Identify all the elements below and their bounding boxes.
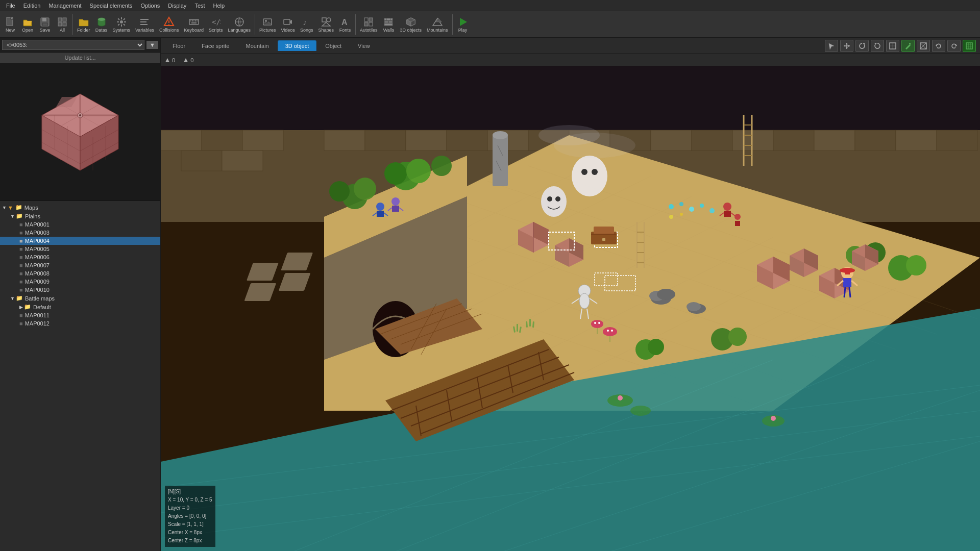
toolbar-variables[interactable]: Variables	[133, 15, 156, 34]
status-overlay: [N][S] X = 10, Y = 0, Z = 5 Layer = 0 An…	[165, 486, 215, 547]
update-list-button[interactable]: Update list...	[0, 53, 160, 63]
toolbar-videos[interactable]: Videos	[279, 15, 297, 34]
svg-marker-100	[165, 58, 169, 62]
svg-rect-122	[814, 130, 855, 151]
tree-battlemaps[interactable]: ▼ 📁 Battle maps	[0, 294, 160, 303]
tree-default[interactable]: ▶ 📁 Default	[0, 303, 160, 311]
tool-erase[interactable]	[917, 40, 930, 52]
menu-help[interactable]: Help	[209, 2, 229, 10]
tree-map0007[interactable]: ■ MAP0007	[0, 261, 160, 269]
toolbar-all[interactable]: All	[54, 15, 70, 34]
toolbar-open[interactable]: Open	[19, 15, 36, 34]
tab-mountain[interactable]: Mountain	[238, 40, 276, 51]
tool-pencil[interactable]	[901, 40, 915, 52]
tree-map0004[interactable]: ■ MAP0004	[0, 237, 160, 245]
svg-rect-10	[63, 18, 66, 21]
svg-point-253	[734, 214, 741, 220]
svg-marker-101	[184, 58, 188, 62]
tab-floor[interactable]: Floor	[165, 40, 193, 51]
menu-edition[interactable]: Edition	[19, 2, 45, 10]
play-label: Play	[458, 28, 468, 33]
tree-map0006[interactable]: ■ MAP0006	[0, 253, 160, 261]
svg-rect-124	[896, 130, 937, 151]
map-dropdown[interactable]: <>0053:	[2, 40, 144, 50]
tree-map0008[interactable]: ■ MAP0008	[0, 269, 160, 278]
tool-redo[interactable]	[947, 40, 961, 52]
menu-file[interactable]: File	[2, 2, 19, 10]
toolbar-autotiles[interactable]: Autotiles	[358, 15, 380, 34]
tree-map0011[interactable]: ■ MAP0011	[0, 311, 160, 319]
tool-rotate-right[interactable]	[871, 40, 884, 52]
menu-special-elements[interactable]: Special elements	[86, 2, 137, 10]
status-layer: Layer = 0	[168, 504, 212, 512]
tool-select[interactable]	[825, 40, 838, 52]
tab-view[interactable]: View	[350, 40, 378, 51]
toolbar-keyboard[interactable]: Keyboard	[182, 15, 206, 34]
menu-options[interactable]: Options	[136, 2, 164, 10]
toolbar-folder[interactable]: Folder	[75, 15, 92, 34]
toolbar-3dobjects[interactable]: 3D objects	[398, 15, 424, 34]
tab-face-sprite[interactable]: Face sprite	[194, 40, 237, 51]
svg-point-14	[98, 18, 105, 21]
tool-move[interactable]	[840, 40, 853, 52]
toolbar-walls[interactable]: Walls	[380, 15, 397, 34]
toolbar-play[interactable]: Play	[455, 15, 471, 34]
svg-rect-8	[43, 23, 47, 26]
systems-icon	[116, 16, 127, 28]
toolbar-datas[interactable]: Datas	[93, 15, 110, 34]
toolbar-systems[interactable]: Systems	[111, 15, 133, 34]
songs-icon: ♪	[301, 16, 312, 28]
svg-text:A: A	[341, 18, 348, 27]
tree-map0009[interactable]: ■ MAP0009	[0, 278, 160, 286]
tree-maps-root[interactable]: ▼ ▼ 📁 Maps	[0, 203, 160, 212]
plains-expand-arrow[interactable]: ▼	[10, 214, 15, 219]
tool-scale[interactable]	[886, 40, 899, 52]
svg-rect-120	[732, 130, 773, 151]
menu-display[interactable]: Display	[164, 2, 190, 10]
tab-3d-object[interactable]: 3D object	[278, 40, 316, 51]
toolbar-scripts[interactable]: </> Scripts	[207, 15, 225, 34]
svg-point-278	[598, 322, 600, 324]
tree-map0012[interactable]: ■ MAP0012	[0, 319, 160, 328]
toolbar-fonts[interactable]: A Fonts	[337, 15, 353, 34]
map-viewport[interactable]: [N][S] X = 10, Y = 0, Z = 5 Layer = 0 An…	[161, 66, 980, 551]
toolbar-collisions[interactable]: Collisions	[157, 15, 181, 34]
svg-line-240	[849, 287, 850, 297]
menu-test[interactable]: Test	[190, 2, 209, 10]
fonts-icon: A	[339, 16, 351, 28]
toolbar-songs[interactable]: ♪ Songs	[298, 15, 315, 34]
toolbar-languages[interactable]: Languages	[226, 15, 253, 34]
battlemaps-expand-arrow[interactable]: ▼	[10, 296, 15, 301]
tree-map0010[interactable]: ■ MAP0010	[0, 286, 160, 294]
tree-map0001[interactable]: ■ MAP0001	[0, 220, 160, 229]
svg-point-258	[700, 204, 704, 208]
coords-bar: 0 0	[161, 54, 980, 66]
svg-point-89	[909, 43, 911, 44]
tool-undo[interactable]	[932, 40, 945, 52]
toolbar-shapes[interactable]: Shapes	[316, 15, 336, 34]
svg-point-255	[669, 204, 674, 209]
tab-object[interactable]: Object	[317, 40, 349, 51]
tool-rotate-left[interactable]	[855, 40, 869, 52]
svg-rect-6	[46, 18, 47, 20]
map-dropdown-btn[interactable]: ▼	[146, 41, 158, 49]
svg-rect-17	[140, 21, 146, 22]
toolbar-mountains[interactable]: Mountains	[425, 15, 450, 34]
tree-plains[interactable]: ▼ 📁 Plains	[0, 212, 160, 220]
tool-grid[interactable]	[963, 40, 976, 52]
new-label: New	[6, 28, 15, 33]
toolbar-pictures[interactable]: Pictures	[257, 15, 278, 34]
videos-icon	[282, 16, 293, 28]
menu-management[interactable]: Management	[44, 2, 85, 10]
tree-map0003[interactable]: ■ MAP0003	[0, 229, 160, 237]
svg-rect-118	[651, 130, 692, 151]
mountains-icon	[432, 16, 443, 28]
svg-point-21	[168, 24, 169, 25]
maps-expand-arrow[interactable]: ▼	[2, 205, 7, 210]
toolbar-new[interactable]: New	[2, 15, 18, 34]
toolbar-save[interactable]: Save	[37, 15, 53, 34]
tree-map0005[interactable]: ■ MAP0005	[0, 245, 160, 253]
menu-bar: File Edition Management Special elements…	[0, 0, 980, 11]
svg-point-168	[384, 162, 407, 185]
default-expand-arrow[interactable]: ▶	[19, 305, 23, 310]
